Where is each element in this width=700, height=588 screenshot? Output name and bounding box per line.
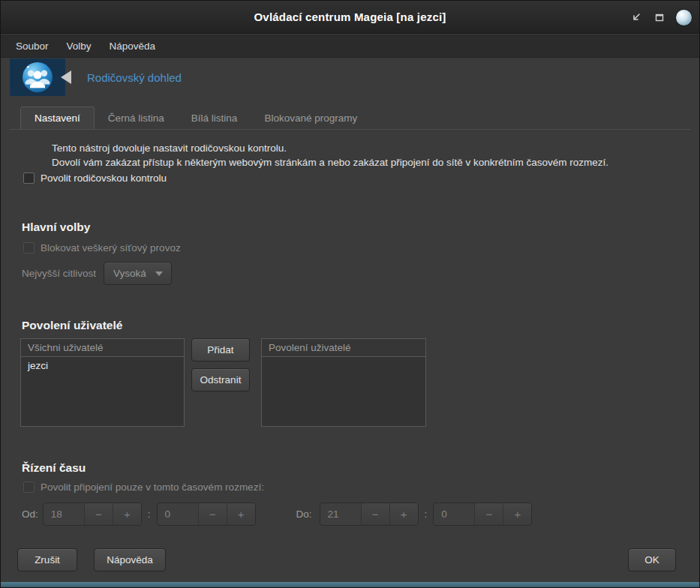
users-lists: Všichni uživatelé jezci Přidat Odstranit… <box>20 338 426 427</box>
block-all-traffic-checkbox <box>23 242 35 254</box>
menu-soubor[interactable]: Soubor <box>14 38 50 55</box>
to-label: Do: <box>296 508 312 520</box>
menubar: Soubor Volby Nápověda <box>1 34 699 58</box>
time-range-enable-checkbox <box>23 482 35 493</box>
time-colon: : <box>148 508 151 520</box>
to-hour-value: 21 <box>320 503 361 525</box>
users-group-icon <box>10 58 65 96</box>
page-header: Rodičovský dohled <box>1 58 699 96</box>
tab-nastaveni[interactable]: Nastavení <box>20 106 95 129</box>
window-title: Ovládací centrum Mageia [na jezci] <box>1 1 699 33</box>
minus-icon: − <box>474 503 503 525</box>
time-range-enable-label: Povolit připojení pouze v tomto časovém … <box>41 482 264 493</box>
menu-napoveda[interactable]: Nápověda <box>108 38 158 55</box>
allowed-users-list-header: Povolení uživatelé <box>262 339 425 357</box>
tab-cerna-listina[interactable]: Černá listina <box>95 106 178 129</box>
enable-parental-control-label: Povolit rodičovskou kontrolu <box>41 172 167 184</box>
from-minute-spinner: 0 − + <box>157 502 256 526</box>
sensitivity-label: Nejvyšší citlivost <box>22 268 96 279</box>
from-hour-spinner: 18 − + <box>43 502 142 526</box>
window-controls <box>629 1 692 34</box>
time-control-heading: Řízení času <box>22 461 86 475</box>
user-transfer-buttons: Přidat Odstranit <box>191 338 250 392</box>
all-users-list[interactable]: Všichni uživatelé jezci <box>20 338 185 427</box>
to-minute-value: 0 <box>434 503 474 525</box>
sensitivity-row: Nejvyšší citlivost Vysoká <box>22 262 172 285</box>
minus-icon: − <box>84 503 113 525</box>
minus-icon: − <box>198 503 227 525</box>
titlebar: Ovládací centrum Mageia [na jezci] <box>1 1 699 34</box>
add-user-button[interactable]: Přidat <box>191 338 250 362</box>
minimize-icon[interactable] <box>629 10 643 24</box>
sensitivity-value: Vysoká <box>113 268 146 279</box>
back-icon[interactable] <box>61 70 71 84</box>
minus-icon: − <box>361 503 389 525</box>
footer: Zrušit Nápověda OK <box>17 548 676 572</box>
all-users-list-header: Všichni uživatelé <box>21 339 184 357</box>
allowed-users-heading: Povolení uživatelé <box>22 319 122 332</box>
intro-text: Tento nástroj dovoluje nastavit rodičovs… <box>52 141 608 170</box>
page-title: Rodičovský dohled <box>87 58 182 96</box>
from-hour-value: 18 <box>44 503 84 525</box>
chevron-down-icon <box>155 272 163 276</box>
menu-volby[interactable]: Volby <box>65 38 93 55</box>
maximize-icon[interactable] <box>653 10 666 24</box>
remove-user-button[interactable]: Odstranit <box>191 368 250 392</box>
ok-button[interactable]: OK <box>628 548 676 572</box>
intro-line-2: Dovolí vám zakázat přístup k některým we… <box>52 155 608 170</box>
list-item[interactable]: jezci <box>21 357 184 374</box>
plus-icon: + <box>227 503 255 525</box>
allowed-users-list[interactable]: Povolení uživatelé <box>261 338 426 427</box>
from-label: Od: <box>22 508 38 520</box>
close-icon[interactable] <box>676 10 692 26</box>
tabbar: Nastavení Černá listina Bílá listina Blo… <box>10 106 690 130</box>
block-all-traffic-row: Blokovat veškerý síťový provoz <box>23 242 181 254</box>
main-options-heading: Hlavní volby <box>22 220 90 234</box>
help-button[interactable]: Nápověda <box>94 548 166 572</box>
to-hour-spinner: 21 − + <box>320 502 419 526</box>
plus-icon: + <box>113 503 141 525</box>
to-minute-spinner: 0 − + <box>433 502 532 526</box>
plus-icon: + <box>389 503 418 525</box>
mcc-window: Ovládací centrum Mageia [na jezci] Soubo… <box>0 0 700 588</box>
sensitivity-dropdown: Vysoká <box>104 262 172 285</box>
block-all-traffic-label: Blokovat veškerý síťový provoz <box>41 242 181 254</box>
enable-parental-control-row: Povolit rodičovskou kontrolu <box>23 172 167 184</box>
tab-bila-listina[interactable]: Bílá listina <box>178 106 251 129</box>
cancel-button[interactable]: Zrušit <box>17 548 77 572</box>
tab-blokovane-programy[interactable]: Blokované programy <box>251 106 371 129</box>
from-minute-value: 0 <box>158 503 198 525</box>
time-range-row: Od: 18 − + : 0 − + Do: 21 − + : 0 − + <box>22 502 536 526</box>
intro-line-1: Tento nástroj dovoluje nastavit rodičovs… <box>52 141 608 155</box>
time-range-enable-row: Povolit připojení pouze v tomto časovém … <box>23 482 264 493</box>
plus-icon: + <box>503 503 531 525</box>
enable-parental-control-checkbox[interactable] <box>23 172 35 184</box>
window-bottom-strip <box>1 582 699 587</box>
time-colon: : <box>425 508 428 520</box>
